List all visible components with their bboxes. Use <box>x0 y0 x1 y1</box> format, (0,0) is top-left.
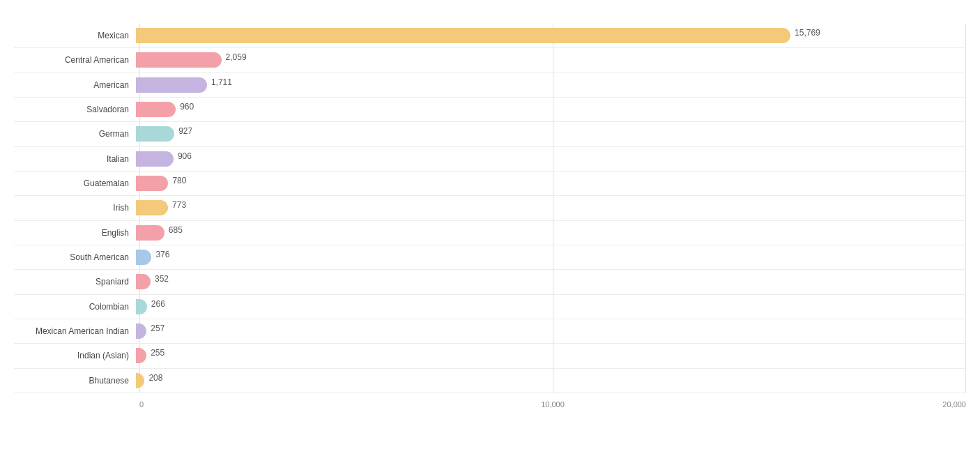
bar-label: Mexican American Indian <box>14 326 136 336</box>
bar-fill: 773 <box>136 200 168 215</box>
bar-track: 685 <box>136 225 966 241</box>
bar-track: 208 <box>136 373 966 388</box>
bar-track: 257 <box>136 324 966 339</box>
bar-row: Irish773 <box>14 196 966 220</box>
bar-fill: 2,059 <box>136 52 222 68</box>
bar-track: 352 <box>136 274 966 289</box>
bar-value-label: 352 <box>155 274 169 284</box>
bar-label: Bhutanese <box>14 376 136 386</box>
bar-value-label: 257 <box>151 324 164 333</box>
bar-label: English <box>14 228 136 238</box>
bar-value-label: 685 <box>169 225 183 235</box>
bar-label: Colombian <box>14 302 136 312</box>
bar-value-label: 906 <box>178 151 192 161</box>
bar-row: American1,711 <box>14 73 966 98</box>
bar-fill: 376 <box>136 250 151 265</box>
bar-fill: 780 <box>136 176 168 191</box>
bar-value-label: 773 <box>172 200 186 210</box>
bar-track: 773 <box>136 200 966 215</box>
bar-value-label: 1,711 <box>211 77 232 87</box>
chart-area: 0 10,000 20,000 Mexican15,769Central Ame… <box>14 24 966 414</box>
bar-track: 906 <box>136 151 966 167</box>
bar-row: Indian (Asian)255 <box>14 344 966 368</box>
bar-fill: 1,711 <box>136 77 207 93</box>
chart-container: 0 10,000 20,000 Mexican15,769Central Ame… <box>0 0 980 449</box>
bar-value-label: 266 <box>151 299 165 309</box>
bar-fill: 255 <box>136 348 146 363</box>
bar-fill: 906 <box>136 151 174 167</box>
bar-label: Spaniard <box>14 277 136 287</box>
bar-track: 960 <box>136 102 966 117</box>
bar-label: Salvadoran <box>14 105 136 114</box>
bar-label: American <box>14 80 136 90</box>
bar-track: 266 <box>136 299 966 314</box>
bar-track: 255 <box>136 348 966 363</box>
bar-value-label: 376 <box>155 250 169 259</box>
bar-label: Italian <box>14 154 136 164</box>
bar-fill: 266 <box>136 299 147 314</box>
bar-label: South American <box>14 252 136 262</box>
bar-fill: 685 <box>136 225 164 241</box>
bar-value-label: 927 <box>178 126 192 136</box>
bar-value-label: 208 <box>148 373 162 383</box>
bar-track: 376 <box>136 250 966 265</box>
bar-track: 1,711 <box>136 77 966 93</box>
bar-track: 2,059 <box>136 52 966 68</box>
bar-fill: 352 <box>136 274 151 289</box>
bar-track: 927 <box>136 126 966 142</box>
bar-row: Salvadoran960 <box>14 98 966 122</box>
bar-label: Central American <box>14 55 136 65</box>
bar-track: 780 <box>136 176 966 191</box>
bar-row: Mexican15,769 <box>14 24 966 48</box>
bar-row: Bhutanese208 <box>14 369 966 393</box>
bar-row: Colombian266 <box>14 295 966 319</box>
bar-label: Irish <box>14 203 136 213</box>
axis-label-0: 0 <box>139 400 144 409</box>
bars-area: Mexican15,769Central American2,059Americ… <box>14 24 966 393</box>
bar-row: German927 <box>14 122 966 146</box>
bar-row: Italian906 <box>14 147 966 172</box>
bar-row: Mexican American Indian257 <box>14 319 966 344</box>
bar-row: Spaniard352 <box>14 270 966 294</box>
bar-value-label: 255 <box>151 348 164 358</box>
bar-label: German <box>14 129 136 139</box>
bar-label: Guatemalan <box>14 178 136 188</box>
bar-row: South American376 <box>14 245 966 270</box>
bar-fill: 960 <box>136 102 176 117</box>
bar-track: 15,769 <box>136 28 966 43</box>
bar-value-label: 2,059 <box>226 52 247 62</box>
bar-row: English685 <box>14 221 966 245</box>
bar-row: Guatemalan780 <box>14 172 966 196</box>
bar-fill: 15,769 <box>136 28 790 43</box>
axis-label-20000: 20,000 <box>942 400 966 409</box>
bar-value-label: 15,769 <box>795 28 820 38</box>
bar-row: Central American2,059 <box>14 48 966 73</box>
bar-value-label: 960 <box>180 102 194 112</box>
bar-fill: 257 <box>136 324 146 339</box>
axis-label-10000: 10,000 <box>541 400 565 409</box>
bar-fill: 927 <box>136 126 174 142</box>
bar-label: Mexican <box>14 31 136 40</box>
bar-fill: 208 <box>136 373 144 388</box>
bar-value-label: 780 <box>172 176 186 185</box>
bar-label: Indian (Asian) <box>14 351 136 360</box>
